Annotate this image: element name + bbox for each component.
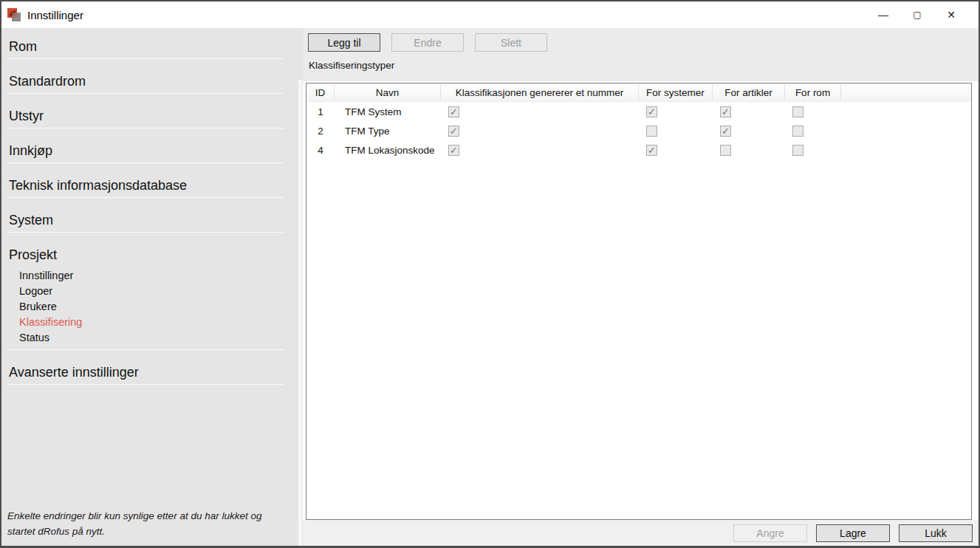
cell-name: TFM System bbox=[335, 106, 441, 117]
settings-sidebar: Rom Standardrom Utstyr Innkjøp Teknisk i… bbox=[1, 28, 303, 546]
delete-button[interactable]: Slett bbox=[475, 33, 547, 52]
generates-number-checkbox[interactable]: ✓ bbox=[448, 145, 459, 156]
maximize-icon[interactable]: ▢ bbox=[900, 1, 934, 28]
column-header-for-systems[interactable]: For systemer bbox=[639, 84, 713, 101]
column-header-navn[interactable]: Navn bbox=[335, 84, 441, 101]
for-articles-checkbox[interactable] bbox=[720, 145, 731, 156]
title-bar: Innstillinger — ▢ ✕ bbox=[1, 1, 979, 28]
sidebar-item-utstyr[interactable]: Utstyr bbox=[7, 94, 284, 129]
close-icon[interactable]: ✕ bbox=[934, 1, 968, 28]
close-button[interactable]: Lukk bbox=[899, 524, 973, 542]
section-label: Klassifiseringstyper bbox=[309, 60, 979, 71]
cell-id: 2 bbox=[306, 126, 335, 137]
table-container: ID Navn Klassifikasjonen genererer et nu… bbox=[303, 81, 979, 520]
sidebar-item-prosjekt-klassifisering[interactable]: Klassifisering bbox=[9, 314, 284, 329]
edit-button[interactable]: Endre bbox=[391, 33, 464, 52]
for-systems-checkbox[interactable]: ✓ bbox=[646, 106, 657, 117]
column-header-for-articles[interactable]: For artikler bbox=[713, 84, 785, 101]
classification-types-table: ID Navn Klassifikasjonen genererer et nu… bbox=[306, 83, 972, 520]
sidebar-item-standardrom[interactable]: Standardrom bbox=[7, 59, 284, 94]
table-row[interactable]: 2 TFM Type ✓ ✓ bbox=[306, 121, 971, 140]
top-toolbar-strip: Legg til Endre Slett Klassifiseringstype… bbox=[303, 28, 979, 81]
restart-note: Enkelte endringer blir kun synlige etter… bbox=[7, 509, 278, 540]
sidebar-group-prosjekt: Prosjekt Innstillinger Logoer Brukere Kl… bbox=[7, 233, 284, 350]
undo-button[interactable]: Angre bbox=[733, 524, 807, 542]
cell-id: 4 bbox=[306, 145, 335, 156]
column-header-for-rooms[interactable]: For rom bbox=[785, 84, 841, 101]
cell-id: 1 bbox=[306, 106, 335, 117]
sidebar-item-prosjekt-brukere[interactable]: Brukere bbox=[9, 298, 284, 314]
sidebar-item-prosjekt-logoer[interactable]: Logoer bbox=[9, 283, 284, 298]
save-button[interactable]: Lagre bbox=[816, 524, 890, 542]
settings-window: Innstillinger — ▢ ✕ Rom Standardrom Utst… bbox=[0, 0, 980, 548]
column-header-filler bbox=[841, 84, 971, 101]
sidebar-item-prosjekt-innstillinger[interactable]: Innstillinger bbox=[9, 267, 284, 283]
sidebar-scrollbar[interactable] bbox=[298, 80, 302, 546]
sidebar-item-teknisk-informasjonsdatabase[interactable]: Teknisk informasjonsdatabase bbox=[7, 163, 284, 198]
table-header-row: ID Navn Klassifikasjonen genererer et nu… bbox=[306, 83, 971, 102]
window-controls: — ▢ ✕ bbox=[866, 1, 968, 28]
sidebar-item-system[interactable]: System bbox=[7, 198, 284, 233]
sidebar-item-prosjekt[interactable]: Prosjekt bbox=[9, 247, 284, 263]
add-button[interactable]: Legg til bbox=[308, 33, 380, 52]
sidebar-item-avanserte-innstillinger[interactable]: Avanserte innstillinger bbox=[7, 350, 284, 385]
sidebar-nav: Rom Standardrom Utstyr Innkjøp Teknisk i… bbox=[1, 28, 303, 385]
for-rooms-checkbox[interactable] bbox=[792, 145, 803, 156]
sidebar-item-innkjop[interactable]: Innkjøp bbox=[7, 129, 284, 163]
window-content: Rom Standardrom Utstyr Innkjøp Teknisk i… bbox=[1, 28, 979, 546]
toolbar: Legg til Endre Slett bbox=[303, 28, 979, 52]
bottom-button-strip: Angre Lagre Lukk bbox=[303, 520, 979, 546]
main-panel: Legg til Endre Slett Klassifiseringstype… bbox=[303, 28, 979, 546]
cell-name: TFM Lokasjonskode bbox=[335, 145, 441, 156]
for-systems-checkbox[interactable]: ✓ bbox=[646, 145, 657, 156]
column-header-id[interactable]: ID bbox=[306, 84, 335, 101]
table-body: 1 TFM System ✓ ✓ ✓ 2 TFM Type ✓ bbox=[306, 102, 971, 160]
for-rooms-checkbox[interactable] bbox=[792, 106, 803, 117]
for-systems-checkbox[interactable] bbox=[646, 126, 657, 137]
sidebar-item-rom[interactable]: Rom bbox=[7, 28, 284, 59]
minimize-icon[interactable]: — bbox=[866, 1, 900, 28]
generates-number-checkbox[interactable]: ✓ bbox=[448, 126, 459, 137]
generates-number-checkbox[interactable]: ✓ bbox=[448, 106, 459, 117]
for-articles-checkbox[interactable]: ✓ bbox=[720, 126, 731, 137]
window-title: Innstillinger bbox=[27, 9, 83, 21]
column-header-generates-number[interactable]: Klassifikasjonen genererer et nummer bbox=[441, 84, 639, 101]
for-rooms-checkbox[interactable] bbox=[792, 126, 803, 137]
for-articles-checkbox[interactable]: ✓ bbox=[720, 106, 731, 117]
table-row[interactable]: 4 TFM Lokasjonskode ✓ ✓ bbox=[306, 140, 971, 160]
cell-name: TFM Type bbox=[335, 126, 441, 137]
drofus-logo-icon bbox=[7, 7, 21, 22]
sidebar-item-prosjekt-status[interactable]: Status bbox=[9, 329, 284, 345]
table-row[interactable]: 1 TFM System ✓ ✓ ✓ bbox=[306, 102, 971, 121]
